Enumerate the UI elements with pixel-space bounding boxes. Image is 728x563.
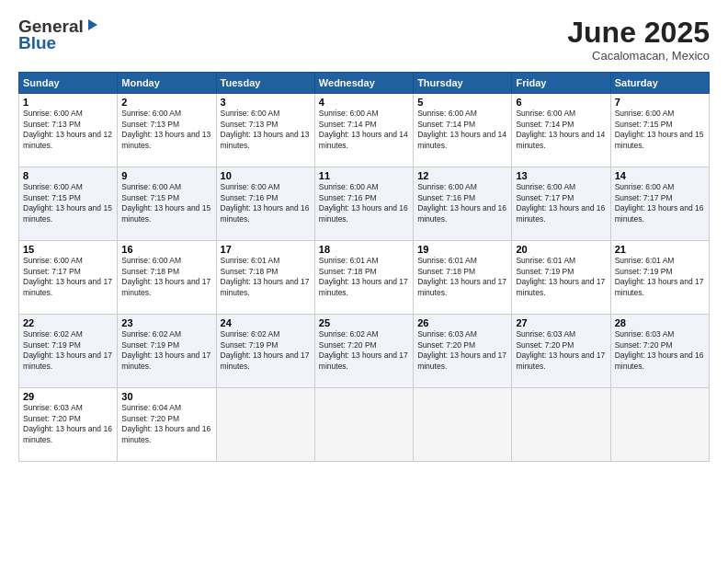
day-number: 16	[121, 244, 211, 255]
calendar-cell: 17Sunrise: 6:01 AMSunset: 7:18 PMDayligh…	[216, 241, 314, 315]
weekday-header-row: SundayMondayTuesdayWednesdayThursdayFrid…	[19, 73, 710, 94]
logo-blue: Blue	[18, 33, 56, 53]
calendar-cell: 19Sunrise: 6:01 AMSunset: 7:18 PMDayligh…	[414, 241, 512, 315]
day-info: Sunrise: 6:00 AMSunset: 7:16 PMDaylight:…	[221, 182, 311, 224]
calendar-cell: 20Sunrise: 6:01 AMSunset: 7:19 PMDayligh…	[512, 241, 610, 315]
weekday-monday: Monday	[118, 73, 216, 94]
day-number: 23	[121, 317, 211, 328]
day-number: 14	[615, 170, 705, 181]
calendar-table: SundayMondayTuesdayWednesdayThursdayFrid…	[18, 72, 710, 462]
calendar-cell: 27Sunrise: 6:03 AMSunset: 7:20 PMDayligh…	[512, 315, 610, 388]
calendar-cell	[314, 388, 413, 462]
day-info: Sunrise: 6:00 AMSunset: 7:17 PMDaylight:…	[516, 182, 606, 224]
calendar-week-5: 29Sunrise: 6:03 AMSunset: 7:20 PMDayligh…	[19, 388, 710, 462]
calendar-cell: 12Sunrise: 6:00 AMSunset: 7:16 PMDayligh…	[414, 167, 512, 241]
day-info: Sunrise: 6:03 AMSunset: 7:20 PMDaylight:…	[23, 403, 113, 445]
day-info: Sunrise: 6:00 AMSunset: 7:14 PMDaylight:…	[417, 109, 507, 151]
calendar-cell: 5Sunrise: 6:00 AMSunset: 7:14 PMDaylight…	[414, 94, 512, 167]
day-number: 25	[319, 317, 409, 328]
weekday-wednesday: Wednesday	[314, 73, 413, 94]
day-info: Sunrise: 6:02 AMSunset: 7:19 PMDaylight:…	[221, 329, 311, 372]
weekday-saturday: Saturday	[610, 73, 709, 94]
day-info: Sunrise: 6:00 AMSunset: 7:13 PMDaylight:…	[221, 109, 311, 151]
day-info: Sunrise: 6:03 AMSunset: 7:20 PMDaylight:…	[417, 329, 507, 372]
calendar-body: 1Sunrise: 6:00 AMSunset: 7:13 PMDaylight…	[19, 94, 710, 462]
calendar-cell: 16Sunrise: 6:00 AMSunset: 7:18 PMDayligh…	[118, 241, 216, 315]
day-number: 8	[23, 170, 113, 181]
calendar-cell: 28Sunrise: 6:03 AMSunset: 7:20 PMDayligh…	[610, 315, 709, 388]
calendar-cell	[512, 388, 610, 462]
calendar-cell: 15Sunrise: 6:00 AMSunset: 7:17 PMDayligh…	[19, 241, 118, 315]
calendar-cell: 3Sunrise: 6:00 AMSunset: 7:13 PMDaylight…	[216, 94, 314, 167]
day-number: 24	[221, 317, 311, 328]
weekday-friday: Friday	[512, 73, 610, 94]
svg-marker-0	[88, 19, 97, 30]
day-number: 22	[23, 317, 113, 328]
day-number: 6	[516, 97, 606, 108]
calendar-cell: 18Sunrise: 6:01 AMSunset: 7:18 PMDayligh…	[314, 241, 413, 315]
day-number: 21	[615, 244, 705, 255]
day-info: Sunrise: 6:00 AMSunset: 7:15 PMDaylight:…	[615, 109, 705, 151]
day-info: Sunrise: 6:00 AMSunset: 7:15 PMDaylight:…	[121, 182, 211, 224]
day-info: Sunrise: 6:00 AMSunset: 7:17 PMDaylight:…	[615, 182, 705, 224]
day-info: Sunrise: 6:02 AMSunset: 7:19 PMDaylight:…	[23, 329, 113, 372]
day-info: Sunrise: 6:02 AMSunset: 7:19 PMDaylight:…	[121, 329, 211, 372]
day-info: Sunrise: 6:04 AMSunset: 7:20 PMDaylight:…	[121, 403, 211, 445]
calendar-cell: 9Sunrise: 6:00 AMSunset: 7:15 PMDaylight…	[118, 167, 216, 241]
day-number: 11	[319, 170, 409, 181]
day-number: 19	[417, 244, 507, 255]
day-info: Sunrise: 6:00 AMSunset: 7:15 PMDaylight:…	[23, 182, 113, 224]
day-info: Sunrise: 6:01 AMSunset: 7:19 PMDaylight:…	[516, 256, 606, 298]
day-info: Sunrise: 6:03 AMSunset: 7:20 PMDaylight:…	[615, 329, 705, 372]
weekday-tuesday: Tuesday	[216, 73, 314, 94]
day-number: 2	[121, 97, 211, 108]
day-number: 1	[23, 97, 113, 108]
day-info: Sunrise: 6:00 AMSunset: 7:18 PMDaylight:…	[121, 256, 211, 298]
day-info: Sunrise: 6:00 AMSunset: 7:13 PMDaylight:…	[121, 109, 211, 151]
calendar-cell: 14Sunrise: 6:00 AMSunset: 7:17 PMDayligh…	[610, 167, 709, 241]
day-number: 18	[319, 244, 409, 255]
day-number: 3	[221, 97, 311, 108]
day-number: 20	[516, 244, 606, 255]
day-number: 17	[221, 244, 311, 255]
day-number: 26	[417, 317, 507, 328]
day-number: 4	[319, 97, 409, 108]
calendar-cell	[216, 388, 314, 462]
day-info: Sunrise: 6:00 AMSunset: 7:17 PMDaylight:…	[23, 256, 113, 298]
location: Cacalomacan, Mexico	[567, 49, 710, 63]
calendar-cell: 13Sunrise: 6:00 AMSunset: 7:17 PMDayligh…	[512, 167, 610, 241]
calendar-week-4: 22Sunrise: 6:02 AMSunset: 7:19 PMDayligh…	[19, 315, 710, 388]
day-info: Sunrise: 6:01 AMSunset: 7:19 PMDaylight:…	[615, 256, 705, 298]
calendar-cell: 24Sunrise: 6:02 AMSunset: 7:19 PMDayligh…	[216, 315, 314, 388]
calendar-cell: 23Sunrise: 6:02 AMSunset: 7:19 PMDayligh…	[118, 315, 216, 388]
day-info: Sunrise: 6:00 AMSunset: 7:13 PMDaylight:…	[23, 109, 113, 151]
day-info: Sunrise: 6:02 AMSunset: 7:20 PMDaylight:…	[319, 329, 409, 372]
day-info: Sunrise: 6:01 AMSunset: 7:18 PMDaylight:…	[319, 256, 409, 298]
day-info: Sunrise: 6:01 AMSunset: 7:18 PMDaylight:…	[417, 256, 507, 298]
day-number: 5	[417, 97, 507, 108]
calendar-cell: 11Sunrise: 6:00 AMSunset: 7:16 PMDayligh…	[314, 167, 413, 241]
calendar-week-2: 8Sunrise: 6:00 AMSunset: 7:15 PMDaylight…	[19, 167, 710, 241]
calendar-cell: 1Sunrise: 6:00 AMSunset: 7:13 PMDaylight…	[19, 94, 118, 167]
calendar-week-1: 1Sunrise: 6:00 AMSunset: 7:13 PMDaylight…	[19, 94, 710, 167]
calendar-cell: 30Sunrise: 6:04 AMSunset: 7:20 PMDayligh…	[118, 388, 216, 462]
page: General Blue June 2025 Cacalomacan, Mexi…	[0, 0, 728, 563]
day-number: 13	[516, 170, 606, 181]
day-number: 9	[121, 170, 211, 181]
day-number: 30	[121, 391, 211, 402]
calendar-cell: 4Sunrise: 6:00 AMSunset: 7:14 PMDaylight…	[314, 94, 413, 167]
calendar-cell	[610, 388, 709, 462]
day-number: 28	[615, 317, 705, 328]
header: General Blue June 2025 Cacalomacan, Mexi…	[18, 17, 710, 63]
calendar-cell: 7Sunrise: 6:00 AMSunset: 7:15 PMDaylight…	[610, 94, 709, 167]
month-title: June 2025	[567, 17, 710, 49]
day-number: 12	[417, 170, 507, 181]
calendar-cell: 29Sunrise: 6:03 AMSunset: 7:20 PMDayligh…	[19, 388, 118, 462]
calendar-cell: 8Sunrise: 6:00 AMSunset: 7:15 PMDaylight…	[19, 167, 118, 241]
calendar-cell: 6Sunrise: 6:00 AMSunset: 7:14 PMDaylight…	[512, 94, 610, 167]
day-number: 27	[516, 317, 606, 328]
day-info: Sunrise: 6:03 AMSunset: 7:20 PMDaylight:…	[516, 329, 606, 372]
day-info: Sunrise: 6:00 AMSunset: 7:16 PMDaylight:…	[319, 182, 409, 224]
day-info: Sunrise: 6:00 AMSunset: 7:14 PMDaylight:…	[319, 109, 409, 151]
calendar-cell: 21Sunrise: 6:01 AMSunset: 7:19 PMDayligh…	[610, 241, 709, 315]
